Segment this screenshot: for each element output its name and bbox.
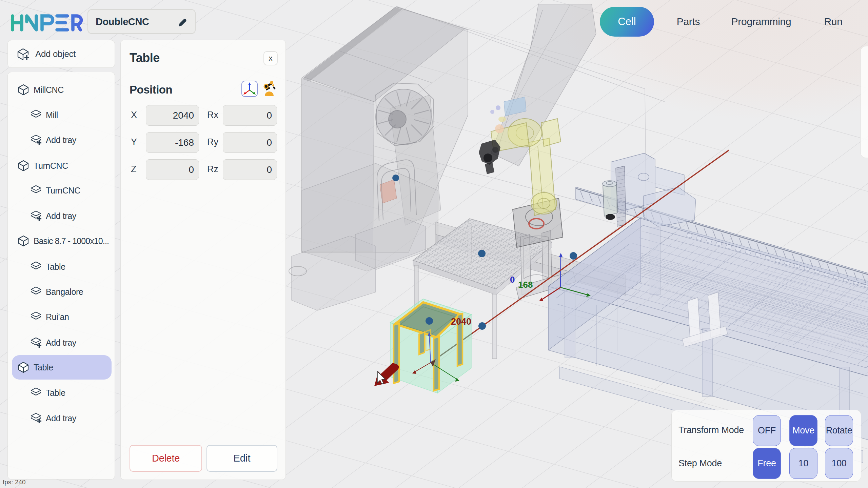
svg-text:2040: 2040 (451, 317, 471, 327)
svg-text:168: 168 (518, 280, 533, 290)
svg-text:0: 0 (510, 274, 515, 285)
